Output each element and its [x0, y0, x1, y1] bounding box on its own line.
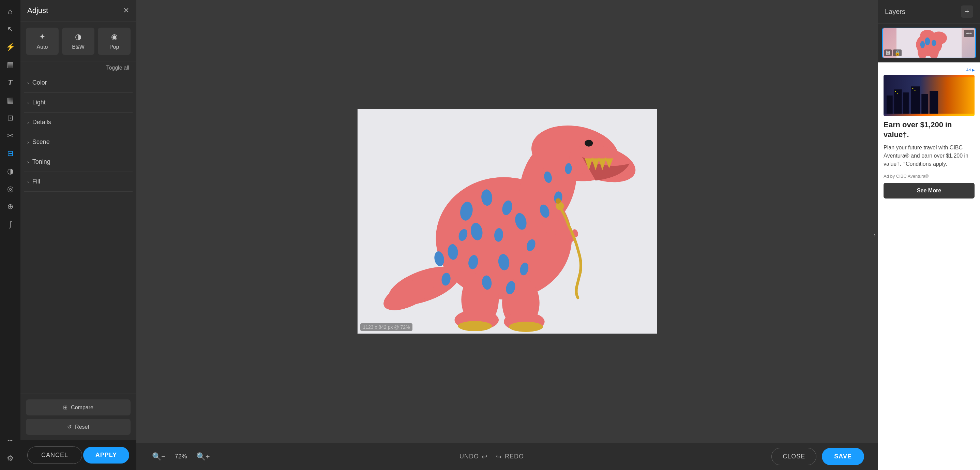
zoom-in-button[interactable]: 🔍+ [194, 450, 212, 463]
ad-panel: Ad ▶ [878, 62, 980, 470]
canvas-container: 1123 x 842 px @ 72% [136, 0, 878, 443]
redo-button[interactable]: ↪ REDO [496, 452, 524, 461]
section-scene-label: Scene [32, 139, 50, 146]
layer-thumbnail: ••• 🖼 🔒 [882, 28, 976, 58]
sidebar-icon-text[interactable]: T [3, 75, 18, 90]
section-color-label: Color [32, 79, 47, 86]
ad-title: Earn over $1,200 in value†. [883, 120, 975, 140]
chevron-toning-icon: › [27, 159, 29, 165]
sidebar-icon-heal[interactable]: ⊕ [3, 199, 18, 214]
action-buttons: CLOSE SAVE [772, 448, 864, 465]
section-color: › Color [24, 73, 133, 93]
section-scene: › Scene [24, 132, 133, 152]
adjust-close-button[interactable]: ✕ [123, 6, 129, 15]
cancel-button[interactable]: CANCEL [27, 446, 82, 464]
sidebar-icon-layers[interactable]: ▤ [3, 57, 18, 72]
undo-label: UNDO [460, 453, 479, 460]
svg-point-17 [509, 322, 542, 332]
adjust-panel-header: Adjust ✕ [21, 0, 136, 21]
layers-title: Layers [885, 8, 905, 16]
compare-label: Compare [71, 405, 94, 411]
redo-icon: ↪ [496, 452, 502, 461]
ad-image [883, 75, 975, 116]
main-canvas-area: 1123 x 842 px @ 72% 🔍− 72% 🔍+ UNDO ↩ ↪ R… [136, 0, 878, 470]
save-button[interactable]: SAVE [822, 448, 864, 465]
bottom-toolbar: 🔍− 72% 🔍+ UNDO ↩ ↪ REDO CLOSE SAVE [136, 443, 878, 470]
chevron-light-icon: › [27, 100, 29, 105]
ad-badge: Ad ▶ [883, 68, 975, 72]
compare-button[interactable]: ⊞ Compare [26, 399, 130, 416]
add-layer-button[interactable]: + [961, 5, 973, 18]
svg-rect-58 [913, 88, 913, 89]
section-scene-header[interactable]: › Scene [24, 132, 133, 152]
layer-lock-icon: 🔒 [893, 49, 902, 56]
section-toning-label: Toning [32, 158, 51, 166]
section-fill-header[interactable]: › Fill [24, 172, 133, 191]
section-fill-label: Fill [32, 178, 40, 185]
layer-more-icon: ••• [966, 30, 972, 36]
layers-panel: Layers + ••• 🖼 🔒 › [878, 0, 980, 470]
zoom-out-button[interactable]: 🔍− [150, 450, 168, 463]
undo-button[interactable]: UNDO ↩ [460, 452, 488, 461]
sidebar-icon-circle-half[interactable]: ◑ [3, 164, 18, 179]
layer-image-icon: 🖼 [884, 49, 892, 56]
sidebar-icon-pattern[interactable]: ▦ [3, 93, 18, 108]
chevron-fill-icon: › [27, 179, 29, 185]
section-light-header[interactable]: › Light [24, 93, 133, 112]
section-toning: › Toning [24, 152, 133, 172]
section-toning-header[interactable]: › Toning [24, 152, 133, 172]
layers-panel-header: Layers + [878, 0, 980, 24]
preset-bw-label: B&W [72, 44, 84, 50]
sidebar-icon-scissors[interactable]: ✂ [3, 128, 18, 143]
section-fill: › Fill [24, 172, 133, 192]
svg-rect-55 [929, 91, 938, 114]
svg-rect-57 [897, 93, 898, 94]
sidebar-icon-brush[interactable]: ∫ [3, 217, 18, 232]
section-details-header[interactable]: › Details [24, 113, 133, 132]
chevron-scene-icon: › [27, 140, 29, 145]
sidebar-icon-swirl[interactable]: ◎ [3, 182, 18, 196]
preset-bw-button[interactable]: ◑ B&W [62, 28, 95, 55]
section-details: › Details [24, 113, 133, 132]
canvas-image: 1123 x 842 px @ 72% [357, 109, 657, 334]
svg-point-47 [932, 40, 936, 46]
close-button[interactable]: CLOSE [772, 448, 816, 465]
sidebar-icon-more[interactable]: ••• [3, 433, 18, 448]
toggle-all-label[interactable]: Toggle all [106, 65, 129, 71]
sidebar-icon-gear[interactable]: ⚙ [3, 451, 18, 466]
layer-action-icons: 🖼 🔒 [884, 49, 902, 56]
auto-icon: ✦ [39, 32, 45, 41]
svg-rect-53 [911, 86, 920, 113]
sidebar-icon-select[interactable]: ↖ [3, 22, 18, 37]
sidebar-icon-home[interactable]: ⌂ [3, 4, 18, 19]
adjust-footer: CANCEL APPLY [21, 440, 136, 470]
section-color-header[interactable]: › Color [24, 73, 133, 92]
sidebar-icon-lightning[interactable]: ⚡ [3, 40, 18, 54]
sidebar-icon-sliders[interactable]: ⊟ [3, 146, 18, 161]
ad-source: Ad by CIBC Aventura® [883, 174, 975, 179]
redo-label: REDO [505, 453, 524, 460]
zoom-out-icon: 🔍− [152, 452, 165, 461]
pop-icon: ◉ [111, 32, 118, 41]
svg-point-39 [555, 198, 561, 204]
reset-button[interactable]: ↺ Reset [26, 419, 130, 435]
sidebar-icon-crop[interactable]: ⊡ [3, 110, 18, 126]
collapse-right-panel-button[interactable]: › [871, 226, 878, 244]
svg-rect-54 [921, 94, 928, 114]
preset-buttons-row: ✦ Auto ◑ B&W ◉ Pop [21, 21, 136, 61]
section-light: › Light [24, 93, 133, 113]
chevron-details-icon: › [27, 120, 29, 125]
layer-more-button[interactable]: ••• [964, 30, 974, 37]
ad-cta-button[interactable]: See More [883, 183, 975, 199]
icon-sidebar: ⌂ ↖ ⚡ ▤ T ▦ ⊡ ✂ ⊟ ◑ ◎ ⊕ ∫ ••• ⚙ [0, 0, 21, 470]
svg-rect-59 [915, 90, 916, 91]
chevron-right-icon: › [873, 232, 875, 238]
apply-button[interactable]: APPLY [83, 447, 129, 464]
undo-redo-group: UNDO ↩ ↪ REDO [460, 452, 524, 461]
preset-pop-label: Pop [110, 44, 119, 50]
adjust-bottom-controls: ⊞ Compare ↺ Reset [21, 394, 136, 440]
svg-rect-50 [886, 96, 893, 113]
preset-pop-button[interactable]: ◉ Pop [98, 28, 130, 55]
preset-auto-button[interactable]: ✦ Auto [26, 28, 59, 55]
svg-point-14 [458, 321, 492, 331]
